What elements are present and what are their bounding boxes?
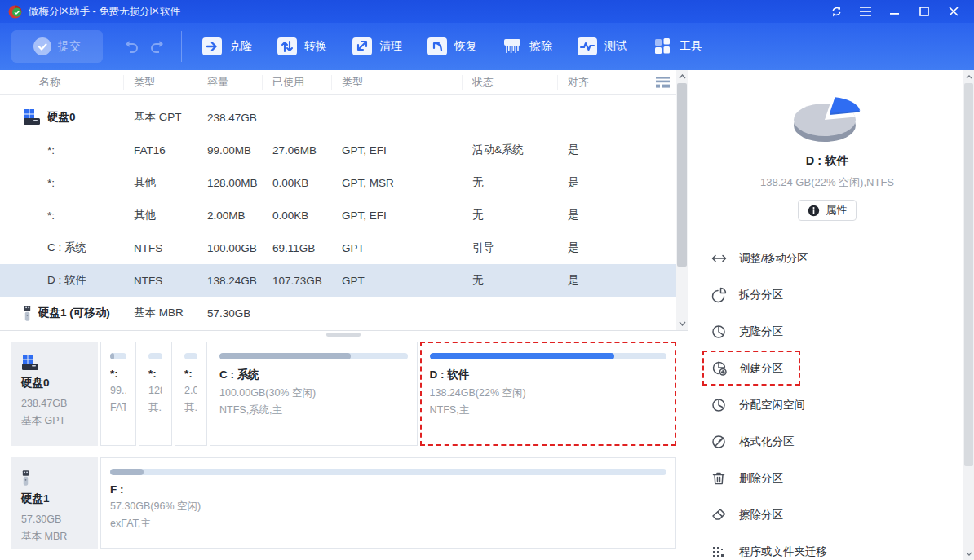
tools-grid-icon	[652, 37, 673, 56]
resize-move-icon	[710, 250, 728, 267]
table-row[interactable]: *: 其他 2.00MB 0.00KB GPT, EFI 无 是	[0, 199, 688, 231]
partition-block[interactable]: F : 57.30GB(96% 空闲) exFAT,主	[100, 457, 676, 549]
disk-map: 硬盘0 238.47GB 基本 GPT *: 99.... FAT... *: …	[0, 338, 688, 560]
usage-bar	[148, 353, 162, 359]
pane-splitter	[0, 331, 688, 338]
disk-info-block[interactable]: 硬盘0 238.47GB 基本 GPT	[11, 342, 98, 446]
col-header-used[interactable]: 已使用	[263, 75, 332, 90]
selected-partition-name: D : 软件	[702, 153, 953, 169]
list-view-icon[interactable]	[656, 77, 670, 91]
undo-icon[interactable]	[122, 39, 139, 54]
sidebar-menu-item[interactable]: 程序或文件夹迁移	[702, 533, 953, 560]
pie-chart-3d-icon	[702, 88, 953, 150]
col-header-status[interactable]: 状态	[463, 75, 558, 90]
partition-block[interactable]: D : 软件 138.24GB(22% 空闲) NTFS,主	[420, 342, 676, 446]
table-header: 名称 类型 容量 已使用 类型 状态 对齐	[0, 70, 688, 95]
toolbar-button[interactable]: 擦除	[494, 30, 560, 63]
app-window: 傲梅分区助手 - 免费无损分区软件 提交	[0, 0, 974, 560]
clone-arrow-icon	[201, 37, 223, 56]
sidebar-menu-item[interactable]: 格式化分区	[702, 423, 953, 460]
redo-icon[interactable]	[150, 39, 166, 54]
toolbar: 提交 克隆 转换 清理 恢复 擦除 测试 工具	[0, 23, 974, 70]
check-circle-icon	[33, 37, 51, 55]
scroll-down-icon[interactable]	[676, 318, 688, 329]
table-row[interactable]: 硬盘0 基本 GPT 238.47GB	[0, 101, 688, 134]
shredder-icon	[502, 37, 523, 56]
partition-block[interactable]: C : 系统 100.00GB(30% 空闲) NTFS,系统,主	[210, 342, 418, 446]
disk-icon	[21, 350, 88, 371]
scrollbar-thumb[interactable]	[677, 83, 687, 267]
disk-icon	[23, 109, 41, 126]
sidebar-menu-item[interactable]: 克隆分区	[702, 313, 953, 350]
wipe-partition-icon	[710, 507, 728, 523]
toolbar-button[interactable]: 克隆	[193, 30, 260, 63]
partition-block[interactable]: *: 99.... FAT...	[100, 342, 136, 446]
col-header-scheme[interactable]: 类型	[332, 75, 463, 90]
table-row[interactable]: 硬盘1 (可移动) 基本 MBR 57.30GB	[0, 297, 688, 329]
refresh-icon[interactable]	[824, 2, 848, 20]
format-partition-icon	[710, 434, 728, 450]
sidebar-menu-item[interactable]: 删除分区	[702, 460, 953, 496]
scroll-up-icon[interactable]	[963, 71, 974, 82]
recover-icon	[427, 37, 448, 56]
usage-bar	[184, 353, 197, 359]
maximize-icon[interactable]	[912, 2, 936, 20]
close-icon[interactable]	[941, 2, 966, 20]
selected-partition-info: 138.24 GB(22% 空闲),NTFS	[702, 175, 953, 190]
allocate-space-icon	[710, 397, 728, 413]
table-row[interactable]: *: 其他 128.00MB 0.00KB GPT, MSR 无 是	[0, 166, 688, 199]
minimize-icon[interactable]	[883, 2, 907, 20]
sidebar-menu-item[interactable]: 分配空闲空间	[702, 386, 953, 423]
sidebar-scrollbar	[963, 70, 974, 560]
partition-block[interactable]: *: 128... 其...	[139, 342, 172, 446]
scroll-up-icon[interactable]	[676, 71, 688, 82]
toolbar-button[interactable]: 工具	[644, 30, 711, 63]
col-header-fs[interactable]: 类型	[124, 75, 197, 90]
partition-block[interactable]: *: 2.0... 其...	[175, 342, 207, 446]
usb-icon	[21, 465, 88, 487]
col-header-name[interactable]: 名称	[0, 75, 124, 90]
toolbar-button[interactable]: 测试	[569, 30, 635, 63]
toolbar-divider	[181, 31, 182, 62]
col-header-capacity[interactable]: 容量	[197, 75, 263, 90]
splitter-handle[interactable]	[326, 333, 361, 337]
disk-map-row: 硬盘1 57.30GB 基本 MBR F : 57.30GB(96% 空闲) e…	[11, 457, 676, 549]
test-pulse-icon	[577, 37, 598, 56]
clean-icon	[352, 37, 373, 56]
convert-icon	[277, 37, 298, 56]
sidebar-menu-item[interactable]: 创建分区	[702, 350, 801, 386]
create-partition-icon	[710, 359, 728, 377]
scroll-down-icon[interactable]	[963, 548, 974, 559]
table-row[interactable]: *: FAT16 99.00MB 27.06MB GPT, EFI 活动&系统 …	[0, 134, 688, 166]
usage-bar	[110, 353, 126, 359]
disk-info-block[interactable]: 硬盘1 57.30GB 基本 MBR	[11, 457, 98, 549]
sidebar-menu-item[interactable]: 拆分分区	[702, 276, 953, 313]
toolbar-button[interactable]: 转换	[268, 30, 335, 63]
usage-bar	[219, 353, 408, 359]
sidebar-divider	[702, 236, 953, 236]
menu-icon[interactable]	[853, 2, 878, 20]
usage-bar	[430, 353, 666, 359]
properties-button[interactable]: 属性	[798, 200, 857, 221]
migrate-icon	[710, 544, 728, 560]
app-logo-icon	[8, 5, 22, 19]
split-partition-icon	[710, 287, 728, 303]
app-title: 傲梅分区助手 - 免费无损分区软件	[29, 5, 180, 19]
toolbar-button[interactable]: 清理	[343, 30, 410, 63]
disk-map-row: 硬盘0 238.47GB 基本 GPT *: 99.... FAT... *: …	[11, 342, 676, 446]
sidebar-menu-item[interactable]: 调整/移动分区	[702, 240, 953, 276]
submit-button[interactable]: 提交	[11, 30, 103, 63]
clone-partition-icon	[710, 324, 728, 340]
usage-bar	[110, 469, 666, 475]
scrollbar-thumb[interactable]	[964, 83, 973, 466]
main-pane: 名称 类型 容量 已使用 类型 状态 对齐 硬盘0 基本 GPT 238.47G…	[0, 70, 688, 560]
sidebar: D : 软件 138.24 GB(22% 空闲),NTFS 属性 调整/移动分区…	[688, 70, 974, 560]
sidebar-menu-item[interactable]: 擦除分区	[702, 496, 953, 533]
toolbar-buttons: 克隆 转换 清理 恢复 擦除 测试 工具	[193, 30, 711, 63]
info-icon	[808, 205, 820, 217]
table-row[interactable]: D : 软件 NTFS 138.24GB 107.73GB GPT 无 是	[0, 264, 688, 297]
table-row[interactable]: C : 系统 NTFS 100.00GB 69.11GB GPT 引导 是	[0, 231, 688, 264]
col-header-aligned[interactable]: 对齐	[558, 75, 620, 90]
toolbar-button[interactable]: 恢复	[418, 30, 485, 63]
disk-table: 名称 类型 容量 已使用 类型 状态 对齐 硬盘0 基本 GPT 238.47G…	[0, 70, 688, 331]
